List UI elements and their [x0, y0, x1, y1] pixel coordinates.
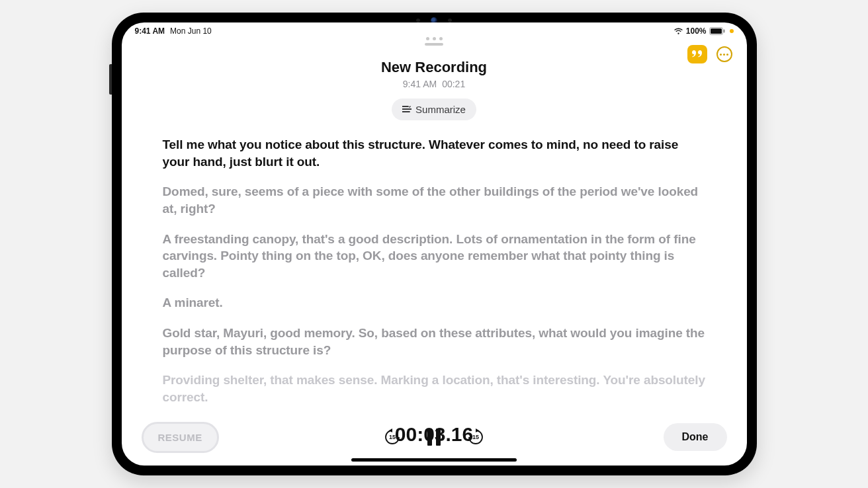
summarize-icon [402, 106, 412, 114]
battery-icon [709, 27, 725, 35]
ellipsis-icon [720, 54, 728, 56]
recording-header: New Recording 9:41 AM 00:21 Summarize [122, 59, 747, 120]
skip-back-seconds: 15 [384, 428, 401, 446]
recording-title[interactable]: New Recording [122, 59, 747, 76]
playback-controls: RESUME 15 15 Done [122, 428, 747, 446]
transcript-paragraph[interactable]: A minaret. [163, 294, 706, 311]
more-options-button[interactable] [716, 46, 732, 62]
pause-button[interactable] [427, 428, 441, 446]
transcript-toggle-button[interactable] [687, 45, 707, 63]
transcript-paragraph[interactable]: A freestanding canopy, that's a good des… [163, 231, 706, 282]
pause-bar-icon [436, 428, 441, 446]
done-label: Done [682, 431, 709, 442]
multitask-dots-icon[interactable] [426, 37, 443, 40]
skip-forward-15-button[interactable]: 15 [467, 428, 484, 446]
screen: 9:41 AM Mon Jun 10 100% [122, 22, 747, 466]
transcript-paragraph[interactable]: Domed, sure, seems of a piece with some … [163, 183, 706, 217]
mic-in-use-indicator [730, 29, 734, 33]
svg-rect-2 [723, 30, 724, 33]
transcript-paragraph[interactable]: Providing shelter, that makes sense. Mar… [163, 372, 706, 405]
recording-time: 9:41 AM [403, 79, 437, 89]
recording-duration: 00:21 [442, 79, 465, 89]
sheet-grabber[interactable] [122, 37, 747, 46]
status-date: Mon Jun 10 [170, 26, 212, 36]
ipad-device-frame: 9:41 AM Mon Jun 10 100% [112, 13, 757, 475]
resume-label: RESUME [158, 432, 202, 443]
transcript-paragraph[interactable]: Gold star, Mayuri, good memory. So, base… [163, 325, 706, 358]
status-bar: 9:41 AM Mon Jun 10 100% [122, 22, 747, 36]
home-indicator[interactable] [351, 458, 517, 462]
battery-percent: 100% [686, 26, 707, 36]
quote-icon [692, 50, 703, 58]
wifi-icon [673, 28, 683, 35]
transcript-body[interactable]: Tell me what you notice about this struc… [122, 120, 747, 419]
skip-fwd-seconds: 15 [467, 428, 484, 446]
svg-rect-1 [711, 28, 722, 34]
skip-back-15-button[interactable]: 15 [384, 428, 401, 446]
grabber-bar-icon[interactable] [425, 43, 443, 46]
status-time: 9:41 AM [135, 26, 165, 36]
transcript-paragraph[interactable]: Tell me what you notice about this struc… [163, 136, 706, 170]
resume-button[interactable]: RESUME [142, 422, 219, 453]
done-button[interactable]: Done [664, 423, 727, 451]
pause-bar-icon [427, 428, 432, 446]
summarize-button[interactable]: Summarize [392, 99, 476, 120]
summarize-label: Summarize [415, 104, 466, 115]
